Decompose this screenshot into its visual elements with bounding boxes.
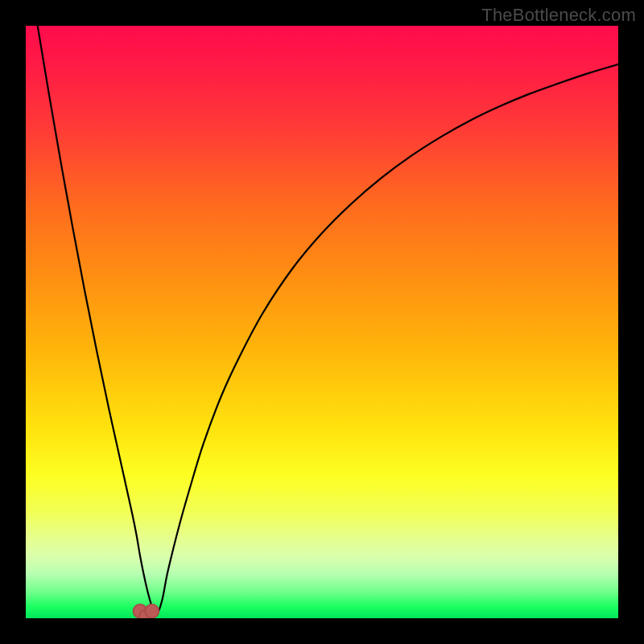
- watermark-text: TheBottleneck.com: [481, 5, 636, 26]
- marker-min-right: [145, 605, 159, 618]
- chart-frame: TheBottleneck.com: [0, 0, 644, 644]
- plot-area: [26, 26, 618, 618]
- curve-layer: [26, 26, 618, 618]
- bottleneck-curve: [38, 26, 618, 615]
- minimum-markers: [134, 605, 159, 618]
